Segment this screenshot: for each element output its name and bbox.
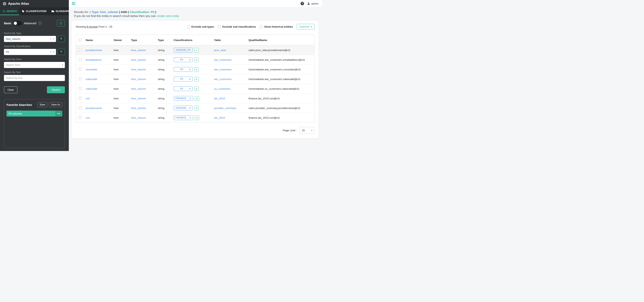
entity-name-link[interactable]: nationalid bbox=[86, 78, 97, 81]
entity-type-link[interactable]: hive_column bbox=[131, 107, 146, 110]
header-data-type: Type bbox=[156, 35, 172, 45]
create-new-entity-link[interactable]: create new entity bbox=[156, 14, 179, 18]
classification-select[interactable]: PII ✕ ▾ bbox=[4, 49, 56, 55]
save-button[interactable]: Save bbox=[38, 102, 48, 107]
tab-classification[interactable]: CLASSIFICATION bbox=[19, 7, 49, 15]
entity-name-link[interactable]: nationalid bbox=[86, 87, 97, 90]
remove-classification-icon[interactable]: ✕ bbox=[189, 78, 191, 80]
classification-tag[interactable]: PII ✕ bbox=[174, 57, 193, 62]
entity-type-link[interactable]: hive_column bbox=[131, 58, 146, 61]
table-link[interactable]: us_customers bbox=[214, 87, 231, 90]
results-table-wrap: Name Owner Type Type Classifications Tab… bbox=[72, 32, 319, 122]
classification-tag[interactable]: PII ✕ bbox=[174, 77, 193, 82]
exclude-subtypes-checkbox[interactable] bbox=[187, 25, 190, 28]
clear-classification-icon[interactable]: ✕ bbox=[50, 51, 52, 53]
entity-name-link[interactable]: providername bbox=[86, 107, 102, 110]
entity-name-link[interactable]: ssn bbox=[86, 97, 90, 100]
table-link[interactable]: tax_2015 bbox=[214, 97, 225, 100]
add-classification-button[interactable]: + bbox=[194, 96, 199, 101]
classification-tag[interactable]: PII ✕ bbox=[174, 86, 193, 91]
remove-classification-icon[interactable]: ✕ bbox=[189, 97, 191, 100]
clear-button[interactable]: Clear bbox=[4, 86, 17, 93]
menu-icon[interactable] bbox=[72, 2, 75, 5]
entity-name-link[interactable]: providername bbox=[86, 49, 102, 52]
search-button[interactable]: Search bbox=[47, 86, 65, 93]
table-link[interactable]: provider_summary bbox=[214, 107, 236, 110]
row-checkbox[interactable] bbox=[79, 96, 82, 100]
table-link[interactable]: tax_2010 bbox=[214, 116, 225, 119]
records-count-link[interactable]: 8 records bbox=[87, 25, 98, 28]
results-summary: Results for: ( Type: hive_column ) AND (… bbox=[74, 10, 319, 14]
row-checkbox[interactable] bbox=[79, 48, 82, 51]
basic-advanced-toggle[interactable] bbox=[13, 21, 22, 26]
user-menu[interactable]: admin bbox=[307, 2, 318, 5]
term-select[interactable]: Search Term ▾ bbox=[4, 62, 65, 68]
add-classification-button[interactable]: + bbox=[194, 116, 199, 120]
columns-button[interactable]: Columns ▾ bbox=[297, 24, 315, 30]
add-classification-button[interactable]: + bbox=[194, 67, 199, 72]
showing-records-text: Showing 8 records From 1 - 25 bbox=[76, 25, 112, 28]
remove-classification-icon[interactable]: ✕ bbox=[189, 107, 191, 110]
add-classification-button[interactable]: + bbox=[194, 77, 199, 82]
tab-glossary[interactable]: GLOSSARY bbox=[49, 7, 72, 15]
entity-name-link[interactable]: emailaddress bbox=[86, 58, 102, 61]
table-link[interactable]: prov_view bbox=[214, 49, 226, 52]
page-limit-select[interactable]: 25 ▾ bbox=[299, 127, 314, 134]
remove-classification-icon[interactable]: ✕ bbox=[189, 116, 191, 119]
row-checkbox[interactable] bbox=[79, 77, 82, 80]
add-classification-button[interactable]: + bbox=[194, 48, 199, 52]
exclude-subclassifications-option[interactable]: Exclude sub-classifications bbox=[218, 25, 256, 28]
type-select[interactable]: hive_column ✕ ▾ bbox=[4, 36, 56, 42]
row-checkbox[interactable] bbox=[79, 58, 82, 61]
search-text-input[interactable] bbox=[4, 75, 65, 81]
chevron-down-icon: ▾ bbox=[53, 38, 54, 40]
entity-type-link[interactable]: hive_column bbox=[131, 116, 146, 119]
remove-classification-icon[interactable]: ✕ bbox=[189, 87, 191, 90]
row-checkbox[interactable] bbox=[79, 87, 82, 90]
show-historical-entities-option[interactable]: Show historical entities bbox=[260, 25, 293, 28]
clear-type-icon[interactable]: ✕ bbox=[50, 38, 52, 40]
exclude-subclassifications-checkbox[interactable] bbox=[218, 25, 221, 28]
entity-name-link[interactable]: ssn bbox=[86, 116, 90, 119]
type-attribute-filter-button[interactable] bbox=[58, 36, 65, 42]
table-link[interactable]: ww_customers bbox=[214, 78, 232, 81]
entity-type-link[interactable]: hive_column bbox=[131, 68, 146, 71]
row-checkbox[interactable] bbox=[79, 116, 82, 119]
row-checkbox[interactable] bbox=[79, 68, 82, 70]
search-by-term-label: Search By Term bbox=[4, 58, 65, 61]
remove-classification-icon[interactable]: ✕ bbox=[189, 68, 191, 71]
content-area: Results for: ( Type: hive_column ) AND (… bbox=[69, 7, 322, 151]
entity-type-link[interactable]: hive_column bbox=[131, 97, 146, 100]
entity-name-link[interactable]: ccnumber bbox=[86, 68, 98, 71]
classification-tag[interactable]: PII ✕ bbox=[174, 67, 193, 72]
show-historical-entities-checkbox[interactable] bbox=[260, 25, 263, 28]
favorite-search-item[interactable]: PII columns ••• bbox=[6, 110, 62, 116]
help-icon[interactable]: ? bbox=[300, 2, 304, 5]
exclude-subtypes-option[interactable]: Exclude sub-types bbox=[187, 25, 214, 28]
add-classification-button[interactable]: + bbox=[194, 58, 199, 62]
classification-tag[interactable]: VENDOR_PII bbox=[174, 48, 193, 52]
entity-type-link[interactable]: hive_column bbox=[131, 87, 146, 90]
results-close-paren: ) bbox=[155, 10, 156, 14]
tab-search[interactable]: SEARCH bbox=[0, 7, 19, 15]
remove-classification-icon[interactable]: ✕ bbox=[189, 58, 191, 61]
select-all-checkbox[interactable] bbox=[79, 38, 82, 41]
classification-tag[interactable]: VENDOR... ✕ bbox=[174, 106, 193, 110]
owner-cell: hive bbox=[112, 45, 129, 55]
add-classification-button[interactable]: + bbox=[194, 86, 199, 91]
refresh-button[interactable] bbox=[57, 20, 65, 26]
table-link[interactable]: ww_customers bbox=[214, 68, 232, 71]
mode-help-icon[interactable]: ? bbox=[38, 22, 42, 25]
owner-cell: hive bbox=[112, 84, 129, 94]
entity-type-link[interactable]: hive_column bbox=[131, 78, 146, 81]
save-as-button[interactable]: Save As bbox=[49, 102, 62, 107]
table-link[interactable]: ww_customers bbox=[214, 58, 232, 61]
classification-tag[interactable]: FINANCE... ✕ bbox=[174, 115, 193, 120]
classification-attribute-filter-button[interactable] bbox=[58, 49, 65, 55]
favorite-item-options-icon[interactable]: ••• bbox=[55, 110, 62, 116]
entity-type-link[interactable]: hive_column bbox=[131, 49, 146, 52]
classification-tag-label: PII bbox=[176, 78, 188, 80]
row-checkbox[interactable] bbox=[79, 106, 82, 109]
classification-tag[interactable]: FINANCE... ✕ bbox=[174, 96, 193, 101]
add-classification-button[interactable]: + bbox=[194, 106, 199, 110]
